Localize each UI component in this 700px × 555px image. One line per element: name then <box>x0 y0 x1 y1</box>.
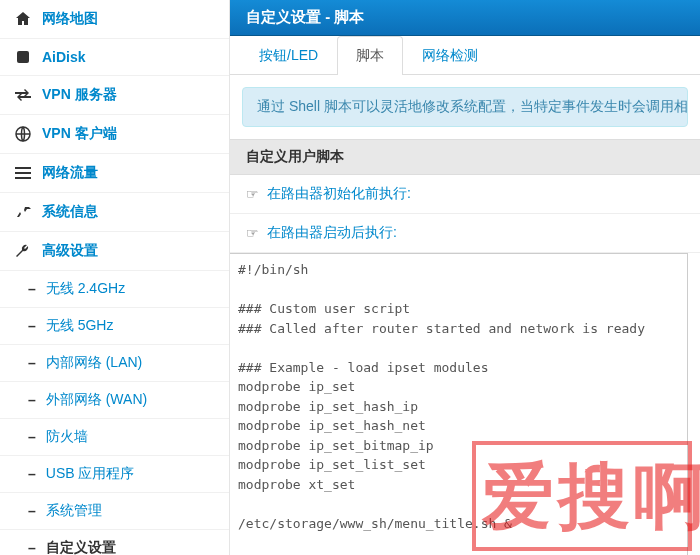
script-link-preinit[interactable]: 在路由器初始化前执行: <box>267 185 411 203</box>
sidebar-item-vpn-server[interactable]: VPN 服务器 <box>0 76 229 115</box>
script-link-poststart[interactable]: 在路由器启动后执行: <box>267 224 397 242</box>
sidebar-item-label: 系统信息 <box>42 203 98 221</box>
dash-icon: – <box>28 540 36 555</box>
tab-script[interactable]: 脚本 <box>337 36 403 75</box>
tabs: 按钮/LED 脚本 网络检测 <box>230 36 700 75</box>
svg-rect-4 <box>15 177 31 179</box>
sidebar-item-aidisk[interactable]: AiDisk <box>0 39 229 76</box>
disk-icon <box>14 49 32 65</box>
sidebar-item-label: VPN 服务器 <box>42 86 117 104</box>
svg-rect-2 <box>15 167 31 169</box>
home-icon <box>14 11 32 27</box>
svg-rect-3 <box>15 172 31 174</box>
globe-icon <box>14 126 32 142</box>
sidebar-item-label: AiDisk <box>42 49 86 65</box>
dash-icon: – <box>28 466 36 482</box>
dash-icon: – <box>28 429 36 445</box>
sidebar-item-label: 高级设置 <box>42 242 98 260</box>
sidebar-item-label: 网络地图 <box>42 10 98 28</box>
sidebar-sub-wifi24[interactable]: –无线 2.4GHz <box>0 271 229 308</box>
dash-icon: – <box>28 503 36 519</box>
sidebar-sub-sysadmin[interactable]: –系统管理 <box>0 493 229 530</box>
sidebar-sub-wan[interactable]: –外部网络 (WAN) <box>0 382 229 419</box>
sidebar-sub-wifi5[interactable]: –无线 5GHz <box>0 308 229 345</box>
sidebar-item-label: 网络流量 <box>42 164 98 182</box>
sidebar-item-sysinfo[interactable]: 系统信息 <box>0 193 229 232</box>
exchange-icon <box>14 88 32 102</box>
wrench-icon <box>14 243 32 259</box>
script-row-preinit: ☞ 在路由器初始化前执行: <box>230 175 700 214</box>
random-icon <box>14 205 32 219</box>
dash-icon: – <box>28 355 36 371</box>
sidebar-item-traffic[interactable]: 网络流量 <box>0 154 229 193</box>
sidebar: 网络地图 AiDisk VPN 服务器 VPN 客户端 网络流量 系统信息 高级… <box>0 0 230 555</box>
page-title: 自定义设置 - 脚本 <box>230 0 700 36</box>
script-textarea[interactable]: #!/bin/sh ### Custom user script ### Cal… <box>230 253 688 555</box>
sidebar-item-advanced[interactable]: 高级设置 <box>0 232 229 271</box>
sidebar-sub-lan[interactable]: –内部网络 (LAN) <box>0 345 229 382</box>
main-content: 自定义设置 - 脚本 按钮/LED 脚本 网络检测 通过 Shell 脚本可以灵… <box>230 0 700 555</box>
dash-icon: – <box>28 392 36 408</box>
svg-rect-0 <box>17 51 29 63</box>
bars-icon <box>14 167 32 179</box>
sidebar-item-network-map[interactable]: 网络地图 <box>0 0 229 39</box>
section-title: 自定义用户脚本 <box>230 139 700 175</box>
info-alert: 通过 Shell 脚本可以灵活地修改系统配置，当特定事件发生时会调用相应的脚本 <box>242 87 688 127</box>
dash-icon: – <box>28 318 36 334</box>
hand-right-icon: ☞ <box>246 186 259 202</box>
sidebar-sub-usb[interactable]: –USB 应用程序 <box>0 456 229 493</box>
script-row-poststart: ☞ 在路由器启动后执行: <box>230 214 700 253</box>
tab-button-led[interactable]: 按钮/LED <box>240 36 337 75</box>
sidebar-sub-firewall[interactable]: –防火墙 <box>0 419 229 456</box>
sidebar-sub-custom[interactable]: –自定义设置 <box>0 530 229 555</box>
tab-network-check[interactable]: 网络检测 <box>403 36 497 75</box>
sidebar-item-label: VPN 客户端 <box>42 125 117 143</box>
dash-icon: – <box>28 281 36 297</box>
sidebar-item-vpn-client[interactable]: VPN 客户端 <box>0 115 229 154</box>
hand-right-icon: ☞ <box>246 225 259 241</box>
